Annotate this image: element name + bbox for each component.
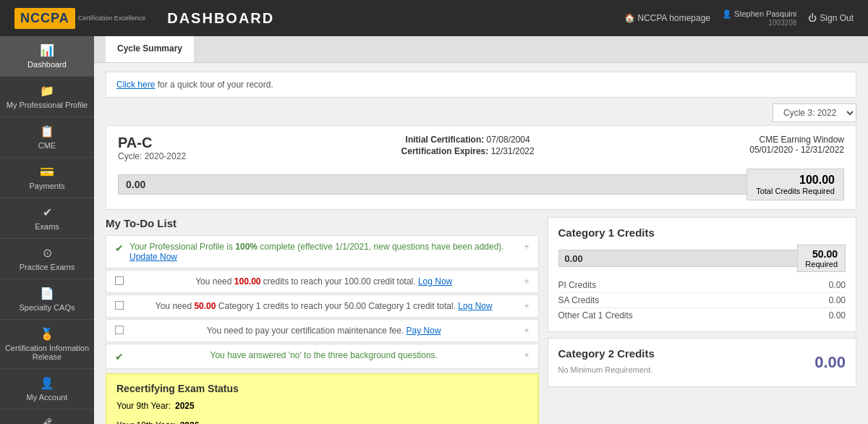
main-layout: 📊 Dashboard 📁 My Professional Profile 📋 … xyxy=(0,36,868,424)
progress-bar: 0.00 xyxy=(118,174,747,195)
checkbox-4[interactable] xyxy=(115,326,124,334)
log-now-link-3[interactable]: Log Now xyxy=(458,301,492,311)
right-column: Category 1 Credits 0.00 50.00 Required P… xyxy=(548,217,857,424)
pa-dates: Initial Certification: 07/08/2004 Certif… xyxy=(401,135,535,161)
cat1-bar: 0.00 xyxy=(558,250,799,267)
pa-title: PA-C xyxy=(118,135,186,151)
todo-text-4: You need to pay your certification maint… xyxy=(207,326,441,336)
other-cat1-value: 0.00 xyxy=(829,310,846,321)
exams-icon: ✔ xyxy=(43,205,52,219)
todo-text-2: You need 100.00 credits to reach your 10… xyxy=(195,276,452,287)
cme-icon: 📋 xyxy=(40,124,54,138)
sidebar-item-my-account[interactable]: 👤 My Account xyxy=(0,369,94,410)
logo-sub: Certification Excellence xyxy=(78,14,146,22)
red-arrow-icon: ← xyxy=(203,415,216,424)
cycle-selector-row: Cycle 3: 2022 xyxy=(94,103,868,125)
sidebar-label-specialty-caqs: Specialty CAQs xyxy=(19,303,75,312)
page-title: DASHBOARD xyxy=(167,10,624,27)
logo-text: NCCPA xyxy=(14,8,75,29)
cycle-selector[interactable]: Cycle 3: 2022 xyxy=(773,103,856,122)
news-icon: 🗞 xyxy=(41,417,53,424)
pa-window: CME Earning Window 05/01/2020 - 12/31/20… xyxy=(749,135,844,161)
left-column: My To-Do List ✔ Your Professional Profil… xyxy=(106,217,539,424)
recert-years: Your 9th Year: 2025 Your 10th Year: 2026… xyxy=(116,399,528,424)
sidebar: 📊 Dashboard 📁 My Professional Profile 📋 … xyxy=(0,36,94,424)
pay-now-link[interactable]: Pay Now xyxy=(407,326,441,336)
sidebar-item-dashboard[interactable]: 📊 Dashboard xyxy=(0,36,94,77)
update-now-link[interactable]: Update Now xyxy=(129,252,177,262)
sidebar-label-payments: Payments xyxy=(30,182,65,190)
sidebar-item-payments[interactable]: 💳 Payments xyxy=(0,158,94,198)
expand-icon-4[interactable]: + xyxy=(524,326,529,336)
expand-icon-1[interactable]: + xyxy=(524,242,529,252)
log-now-link-2[interactable]: Log Now xyxy=(418,276,452,287)
cat1-required: 50.00 Required xyxy=(797,245,846,272)
cat1-title: Category 1 Credits xyxy=(558,226,846,239)
todo-item-5: ✔ You have answered 'no' to the three ba… xyxy=(106,344,539,369)
logo: NCCPA Certification Excellence xyxy=(14,8,145,29)
progress-value: 0.00 xyxy=(126,179,145,190)
sidebar-item-exams[interactable]: ✔ Exams xyxy=(0,198,94,239)
top-header: NCCPA Certification Excellence DASHBOARD… xyxy=(0,0,868,36)
my-account-icon: 👤 xyxy=(40,376,54,390)
user-name: 👤 Stephen Pasquini xyxy=(722,9,796,19)
recert-year-9: Your 9th Year: 2025 xyxy=(116,399,528,415)
cat1-value: 0.00 xyxy=(565,253,583,264)
content-area: Cycle Summary Click here for a quick tou… xyxy=(94,36,868,424)
sidebar-label-cert-info: Certification Information Release xyxy=(4,344,90,361)
checkbox-3[interactable] xyxy=(115,301,124,310)
todo-text-3: You need 50.00 Category 1 credits to rea… xyxy=(156,301,493,311)
sidebar-item-practice-exams[interactable]: ⊙ Practice Exams xyxy=(0,239,94,279)
expand-icon-3[interactable]: + xyxy=(524,301,529,311)
sa-credits-value: 0.00 xyxy=(829,295,846,305)
two-col-area: My To-Do List ✔ Your Professional Profil… xyxy=(94,217,868,424)
cat1-progress-row: 0.00 50.00 Required xyxy=(558,245,846,272)
user-id: 1003208 xyxy=(722,19,796,27)
recert-box: Recertifying Exam Status Your 9th Year: … xyxy=(106,373,539,424)
tab-bar: Cycle Summary xyxy=(94,36,868,63)
sidebar-label-cme: CME xyxy=(38,141,56,150)
expand-icon-2[interactable]: + xyxy=(524,276,529,287)
sidebar-label-practice-exams: Practice Exams xyxy=(20,263,75,271)
checkbox-2[interactable] xyxy=(115,276,124,285)
initial-cert: Initial Certification: 07/08/2004 xyxy=(401,135,535,145)
payments-icon: 💳 xyxy=(40,165,54,179)
cat2-info: Category 2 Credits No Minimum Requiremen… xyxy=(558,347,655,374)
sidebar-item-cert-info[interactable]: 🏅 Certification Information Release xyxy=(0,320,94,369)
tab-cycle-summary[interactable]: Cycle Summary xyxy=(106,36,194,62)
cat2-title: Category 2 Credits xyxy=(558,347,655,360)
nccpa-homepage-link[interactable]: 🏠 NCCPA homepage xyxy=(624,13,711,23)
cat1-card: Category 1 Credits 0.00 50.00 Required P… xyxy=(548,217,857,332)
cert-info-icon: 🏅 xyxy=(40,327,54,341)
sidebar-item-profile[interactable]: 📁 My Professional Profile xyxy=(0,77,94,117)
todo-title: My To-Do List xyxy=(106,217,539,229)
user-info: 👤 Stephen Pasquini 1003208 xyxy=(722,9,796,27)
sidebar-item-cme[interactable]: 📋 CME xyxy=(0,117,94,158)
main-progress: 0.00 100.00 Total Credits Required xyxy=(118,169,844,200)
practice-exams-icon: ⊙ xyxy=(43,246,52,260)
signout-link[interactable]: ⏻ Sign Out xyxy=(808,13,854,23)
banner-suffix: for a quick tour of your record. xyxy=(155,80,273,90)
sidebar-label-my-account: My Account xyxy=(27,393,68,402)
sidebar-label-profile: My Professional Profile xyxy=(7,101,88,109)
profile-icon: 📁 xyxy=(40,84,54,98)
sidebar-item-specialty-caqs[interactable]: 📄 Specialty CAQs xyxy=(0,279,94,320)
specialty-caqs-icon: 📄 xyxy=(40,287,54,300)
pa-card: PA-C Cycle: 2020-2022 Initial Certificat… xyxy=(106,125,856,210)
cat1-row-pi: PI Credits 0.00 xyxy=(558,278,846,293)
other-cat1-label: Other Cat 1 Credits xyxy=(558,310,633,321)
sa-credits-label: SA Credits xyxy=(558,295,600,305)
check-icon-5: ✔ xyxy=(115,351,124,362)
todo-text-5: You have answered 'no' to the three back… xyxy=(210,350,438,360)
dashboard-icon: 📊 xyxy=(40,43,54,57)
expand-icon-5[interactable]: + xyxy=(524,350,529,360)
cat2-card: Category 2 Credits No Minimum Requiremen… xyxy=(548,338,857,387)
sidebar-label-dashboard: Dashboard xyxy=(27,60,67,69)
todo-item-4: You need to pay your certification maint… xyxy=(106,319,539,342)
sidebar-item-news[interactable]: 🗞 Latest NCCPA News xyxy=(0,410,94,424)
pa-cycle: Cycle: 2020-2022 xyxy=(118,151,186,161)
todo-item-3: You need 50.00 Category 1 credits to rea… xyxy=(106,294,539,318)
header-nav: 🏠 NCCPA homepage 👤 Stephen Pasquini 1003… xyxy=(624,9,854,27)
todo-item-1: ✔ Your Professional Profile is 100% comp… xyxy=(106,235,539,268)
quick-tour-link[interactable]: Click here xyxy=(116,80,155,90)
